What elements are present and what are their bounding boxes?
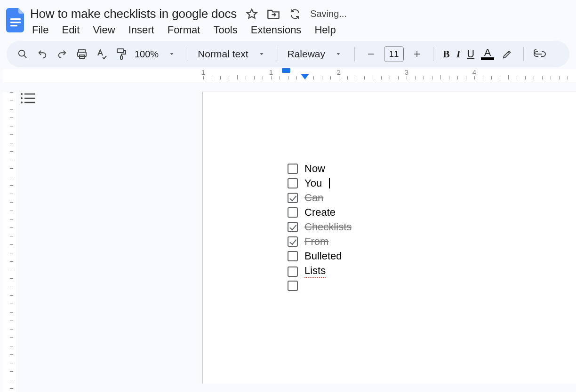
font-dropdown-icon[interactable] [332,47,345,61]
svg-point-3 [19,50,25,56]
svg-rect-0 [10,18,21,20]
checklist-item-text[interactable]: You [304,177,322,189]
checklist-item[interactable]: You [288,177,352,189]
menu-edit[interactable]: Edit [62,24,80,36]
menu-file[interactable]: File [32,24,48,36]
checklist-item-text[interactable]: Create [304,206,336,219]
undo-icon[interactable] [36,47,49,61]
checklist-item[interactable] [288,281,352,291]
svg-rect-7 [117,49,124,53]
italic-button[interactable]: I [456,48,461,60]
document-outline-icon[interactable] [20,92,39,110]
svg-rect-8 [120,56,122,59]
underline-button[interactable]: U [467,48,474,60]
checklist-item[interactable]: Now [288,163,352,175]
menu-help[interactable]: Help [314,24,336,36]
document-title[interactable]: How to make checklists in google docs [30,7,237,21]
checklist-item-text[interactable]: Bulleted [304,250,342,262]
decrease-font-size-icon[interactable] [364,47,377,61]
menu-format[interactable]: Format [168,24,200,36]
checkbox-icon[interactable] [288,236,298,247]
zoom-level[interactable]: 100% [135,49,159,60]
zoom-dropdown-icon[interactable] [165,47,178,61]
checkbox-icon[interactable] [288,281,298,291]
docs-logo[interactable] [6,7,26,33]
highlight-icon[interactable] [501,47,514,61]
print-icon[interactable] [75,47,88,61]
save-status: Saving... [310,8,347,19]
insert-link-icon[interactable] [533,47,546,61]
checklist-item[interactable]: Checklists [288,221,352,233]
checklist-item-text[interactable]: Checklists [304,221,352,233]
checkbox-icon[interactable] [288,267,298,277]
document-page[interactable]: NowYouCanCreateChecklistsFromBulletedLis… [202,92,576,384]
svg-rect-1 [10,22,21,23]
toolbar: 100% Normal text Raleway [7,41,569,67]
checkbox-icon[interactable] [288,207,298,218]
svg-rect-5 [78,52,86,56]
checklist-item-text[interactable]: From [304,235,328,248]
font-family[interactable]: Raleway [288,48,326,60]
paint-format-icon[interactable] [115,47,128,61]
font-size-input[interactable] [384,46,404,62]
paragraph-style[interactable]: Normal text [198,48,248,60]
checklist-item[interactable]: Create [288,206,352,219]
redo-icon[interactable] [56,47,69,61]
move-to-folder-icon[interactable] [267,8,280,21]
sync-icon [288,8,302,21]
menu-tools[interactable]: Tools [213,24,237,36]
bold-button[interactable]: B [443,48,450,60]
checkbox-icon[interactable] [288,178,298,188]
svg-point-10 [21,97,23,99]
checklist-item[interactable]: Can [288,192,352,204]
checkbox-icon[interactable] [288,193,298,203]
increase-font-size-icon[interactable] [410,47,424,61]
spellcheck-icon[interactable] [95,47,108,61]
menu-insert[interactable]: Insert [128,24,154,36]
svg-point-9 [21,93,23,95]
style-dropdown-icon[interactable] [255,47,268,61]
svg-rect-2 [10,25,17,26]
checklist-item-text[interactable]: Lists [304,265,326,278]
checklist-item[interactable]: From [288,235,352,248]
checkbox-icon[interactable] [288,251,298,261]
checkbox-icon[interactable] [288,222,298,232]
menu-view[interactable]: View [93,24,115,36]
checklist-item-text[interactable]: Now [304,163,325,175]
svg-point-11 [21,102,23,103]
checklist-item[interactable]: Lists [288,265,352,278]
search-icon[interactable] [16,47,29,61]
checklist-item[interactable]: Bulleted [288,250,352,262]
text-color-button[interactable]: A [481,48,494,60]
star-icon[interactable] [245,8,258,21]
menu-extensions[interactable]: Extensions [251,24,302,36]
checklist-item-text[interactable]: Can [304,192,323,204]
horizontal-ruler[interactable]: 11234 [3,69,576,82]
text-cursor [329,178,330,188]
checkbox-icon[interactable] [288,164,298,174]
